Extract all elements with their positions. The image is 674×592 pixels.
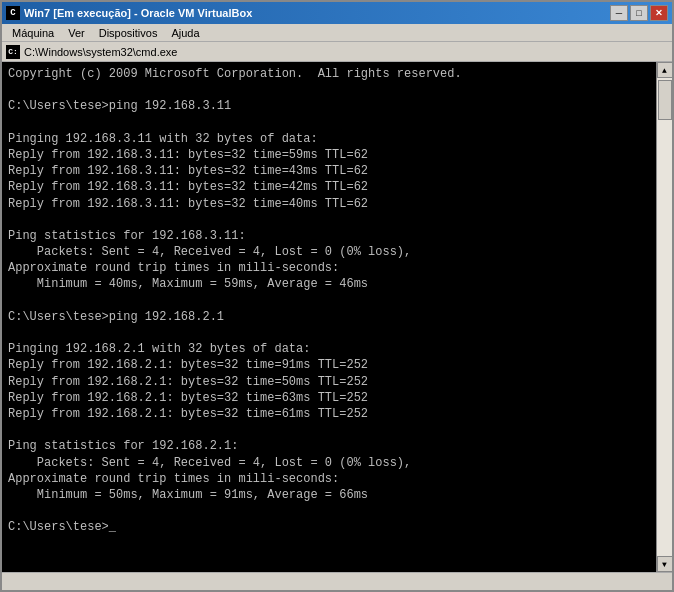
minimize-button[interactable]: ─ — [610, 5, 628, 21]
maximize-button[interactable]: □ — [630, 5, 648, 21]
menu-dispositivos[interactable]: Dispositivos — [93, 26, 164, 40]
address-text: C:\Windows\system32\cmd.exe — [24, 46, 177, 58]
menu-ver[interactable]: Ver — [62, 26, 91, 40]
status-bar — [2, 572, 672, 590]
address-bar: C: C:\Windows\system32\cmd.exe — [2, 42, 672, 62]
scroll-up-button[interactable]: ▲ — [657, 62, 673, 78]
scroll-down-button[interactable]: ▼ — [657, 556, 673, 572]
app-icon: C — [6, 6, 20, 20]
close-button[interactable]: ✕ — [650, 5, 668, 21]
scrollbar[interactable]: ▲ ▼ — [656, 62, 672, 572]
window-title: Win7 [Em execução] - Oracle VM VirtualBo… — [24, 7, 252, 19]
title-bar: C Win7 [Em execução] - Oracle VM Virtual… — [2, 2, 672, 24]
scroll-thumb[interactable] — [658, 80, 672, 120]
terminal-wrapper: Copyright (c) 2009 Microsoft Corporation… — [2, 62, 672, 572]
scroll-track — [657, 78, 672, 556]
title-bar-left: C Win7 [Em execução] - Oracle VM Virtual… — [6, 6, 252, 20]
menu-ajuda[interactable]: Ajuda — [165, 26, 205, 40]
title-controls: ─ □ ✕ — [610, 5, 668, 21]
virtualbox-window: C Win7 [Em execução] - Oracle VM Virtual… — [0, 0, 674, 592]
menu-bar: Máquina Ver Dispositivos Ajuda — [2, 24, 672, 42]
cmd-icon: C: — [6, 45, 20, 59]
menu-maquina[interactable]: Máquina — [6, 26, 60, 40]
terminal-output[interactable]: Copyright (c) 2009 Microsoft Corporation… — [2, 62, 656, 572]
